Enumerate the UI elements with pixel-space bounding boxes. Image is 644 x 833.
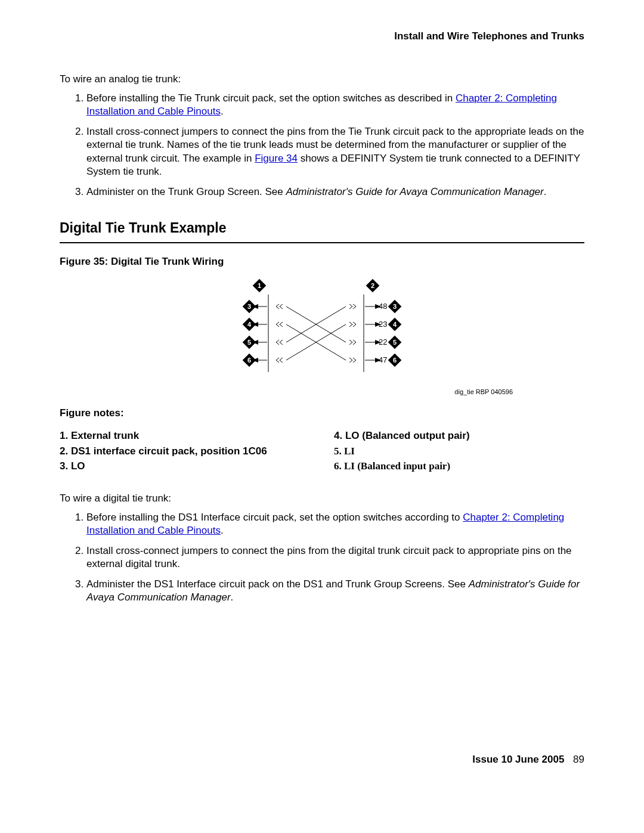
figure-notes-heading: Figure notes:	[60, 407, 584, 420]
callout-l3: 3	[247, 303, 251, 310]
note-5: 5. LI	[334, 444, 584, 459]
text: .	[221, 525, 224, 536]
list-item: Administer the DS1 Interface circuit pac…	[86, 578, 584, 604]
pin-48: 48	[379, 302, 387, 311]
horizontal-rule	[60, 242, 584, 243]
text: .	[221, 106, 224, 117]
italic-text: Administrator's Guide for Avaya Communic…	[286, 186, 544, 197]
pin-23: 23	[379, 320, 387, 329]
list-item: Install cross-connect jumpers to connect…	[86, 544, 584, 571]
running-header: Install and Wire Telephones and Trunks	[60, 30, 584, 43]
list-item: Before installing the Tie Trunk circuit …	[86, 92, 584, 118]
figure-notes: 1. External trunk 2. DS1 interface circu…	[60, 428, 584, 474]
text: Administer on the Trunk Group Screen. Se…	[86, 186, 286, 197]
note-4: 4. LO (Balanced output pair)	[334, 428, 584, 444]
note-6: 6. LI (Balanced input pair)	[334, 459, 584, 474]
figure-caption: Figure 35: Digital Tie Trunk Wiring	[60, 255, 584, 268]
section2-intro: To wire a digital tie trunk:	[60, 492, 584, 505]
callout-l6: 6	[247, 357, 251, 364]
figure-diagram: 1 2 3 4 5 6 3 4 5 6 48 23 22 47	[233, 277, 411, 384]
note-2: 2. DS1 interface circuit pack, position …	[60, 444, 310, 459]
section1-list: Before installing the Tie Trunk circuit …	[72, 92, 584, 199]
figure-credit: dig_tie RBP 040596	[131, 388, 513, 396]
section2-list: Before installing the DS1 Interface circ…	[72, 511, 584, 605]
list-item: Install cross-connect jumpers to connect…	[86, 125, 584, 178]
text: Before installing the DS1 Interface circ…	[86, 512, 463, 523]
callout-l4: 4	[247, 321, 252, 328]
pin-22: 22	[379, 337, 387, 346]
list-item: Administer on the Trunk Group Screen. Se…	[86, 185, 584, 199]
link-figure34[interactable]: Figure 34	[255, 153, 298, 164]
text: Before installing the Tie Trunk circuit …	[86, 92, 456, 104]
callout-r4: 4	[393, 321, 397, 328]
callout-r3: 3	[393, 303, 397, 310]
text: Administer the DS1 Interface circuit pac…	[86, 578, 469, 590]
callout-2: 2	[371, 282, 374, 289]
list-item: Before installing the DS1 Interface circ…	[86, 511, 584, 537]
callout-l5: 5	[247, 339, 251, 346]
notes-col-right: 4. LO (Balanced output pair) 5. LI 6. LI…	[334, 428, 584, 474]
callout-r6: 6	[393, 357, 397, 364]
text: .	[544, 186, 547, 197]
pin-47: 47	[379, 355, 387, 364]
notes-col-left: 1. External trunk 2. DS1 interface circu…	[60, 428, 310, 474]
section1-intro: To wire an analog tie trunk:	[60, 73, 584, 86]
note-1: 1. External trunk	[60, 428, 310, 444]
note-3: 3. LO	[60, 459, 310, 474]
page-number: 89	[573, 754, 584, 765]
heading-digital-tie-trunk: Digital Tie Trunk Example	[60, 219, 584, 237]
text: .	[231, 592, 234, 603]
callout-r5: 5	[393, 339, 397, 346]
page-footer: Issue 10 June 2005 89	[60, 753, 584, 766]
issue-date: Issue 10 June 2005	[472, 754, 564, 765]
callout-1: 1	[258, 282, 261, 289]
